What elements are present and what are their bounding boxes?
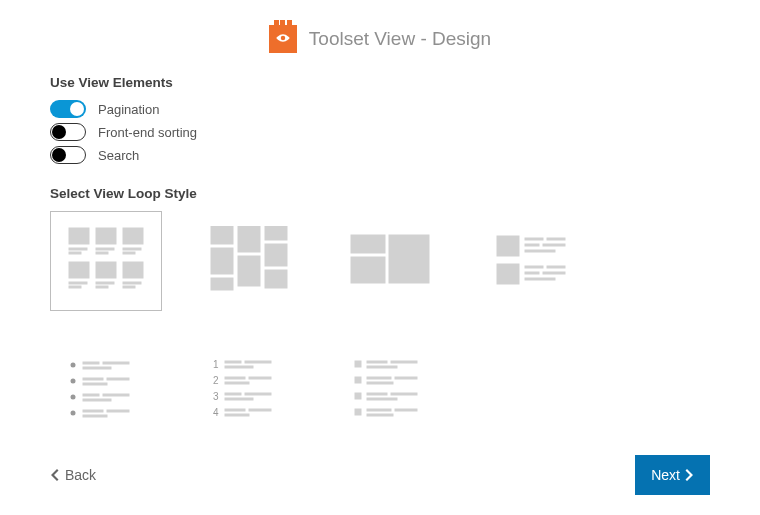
ordered-list-icon: 1 2 3 4 [203,357,293,425]
svg-rect-56 [83,415,107,417]
svg-rect-76 [367,366,397,368]
svg-rect-55 [107,410,129,412]
svg-point-49 [71,395,76,400]
svg-rect-54 [83,410,103,412]
svg-rect-2 [69,252,81,254]
svg-rect-21 [211,248,233,274]
svg-rect-84 [367,398,397,400]
svg-rect-75 [391,361,417,363]
svg-rect-72 [225,414,249,416]
svg-rect-7 [123,248,141,250]
svg-rect-58 [225,361,241,363]
svg-point-41 [71,363,76,368]
svg-rect-8 [123,252,135,254]
loop-style-ordered-list[interactable]: 1 2 3 4 [192,341,304,441]
svg-rect-30 [525,238,543,240]
loop-style-bulleted-list[interactable] [50,341,162,441]
svg-rect-13 [96,282,114,284]
next-button[interactable]: Next [635,455,710,495]
svg-text:2: 2 [213,375,219,386]
svg-rect-11 [69,286,81,288]
toggle-pagination[interactable] [50,100,86,118]
loop-style-text-rows[interactable] [334,341,446,441]
toolset-logo-icon [269,25,297,53]
svg-point-53 [71,411,76,416]
svg-rect-67 [245,393,271,395]
svg-rect-73 [355,361,361,367]
option-front-end-sorting: Front-end sorting [50,123,710,141]
svg-rect-80 [367,382,393,384]
svg-rect-32 [525,244,539,246]
svg-rect-88 [367,414,393,416]
svg-rect-71 [249,409,271,411]
svg-rect-23 [265,244,287,266]
toggle-front-end-sorting[interactable] [50,123,86,141]
svg-point-45 [71,379,76,384]
option-search: Search [50,146,710,164]
svg-rect-16 [123,282,141,284]
svg-rect-29 [497,236,519,256]
loop-style-masonry[interactable] [192,211,304,311]
svg-rect-10 [69,282,87,284]
svg-rect-60 [225,366,253,368]
svg-rect-46 [83,378,103,380]
option-pagination: Pagination [50,100,710,118]
loop-style-section: Select View Loop Style [50,186,710,441]
loop-style-thumb-list[interactable] [476,211,588,311]
svg-rect-86 [367,409,391,411]
svg-rect-27 [389,235,429,283]
svg-rect-52 [83,399,111,401]
svg-rect-82 [367,393,387,395]
loop-style-grid-captions[interactable] [50,211,162,311]
thumb-list-icon [487,232,577,290]
svg-rect-85 [355,409,361,415]
svg-rect-40 [525,278,555,280]
svg-rect-9 [69,262,89,278]
option-label: Search [98,148,139,163]
svg-rect-70 [225,409,245,411]
svg-rect-24 [211,278,233,290]
wizard-footer: Back Next [50,455,710,495]
svg-rect-6 [123,228,143,244]
svg-rect-83 [391,393,417,395]
grid-captions-icon [61,222,151,300]
svg-rect-19 [238,226,260,252]
svg-rect-25 [265,270,287,288]
svg-rect-4 [96,248,114,250]
svg-rect-87 [395,409,417,411]
loop-style-collage[interactable] [334,211,446,311]
back-button[interactable]: Back [50,467,96,483]
svg-rect-39 [543,272,565,274]
collage-icon [345,231,435,291]
text-rows-icon [345,357,435,425]
svg-rect-77 [355,377,361,383]
svg-rect-37 [547,266,565,268]
svg-rect-17 [123,286,135,288]
elements-section-title: Use View Elements [50,75,710,90]
svg-rect-14 [96,286,108,288]
svg-rect-81 [355,393,361,399]
svg-text:4: 4 [213,407,219,418]
svg-rect-1 [69,248,87,250]
svg-rect-50 [83,394,99,396]
svg-rect-26 [351,235,385,253]
chevron-left-icon [50,469,60,481]
masonry-icon [203,226,293,296]
svg-rect-12 [96,262,116,278]
svg-rect-44 [83,367,111,369]
svg-rect-51 [103,394,129,396]
svg-rect-48 [83,383,107,385]
toggle-search[interactable] [50,146,86,164]
svg-rect-38 [525,272,539,274]
svg-rect-35 [497,264,519,284]
svg-rect-34 [525,250,555,252]
svg-rect-59 [245,361,271,363]
page-header: Toolset View - Design [50,25,710,53]
use-view-elements-section: Use View Elements Pagination Front-end s… [50,75,710,164]
loop-section-title: Select View Loop Style [50,186,710,201]
option-label: Front-end sorting [98,125,197,140]
svg-rect-31 [547,238,565,240]
svg-rect-79 [395,377,417,379]
svg-rect-15 [123,262,143,278]
svg-rect-64 [225,382,249,384]
